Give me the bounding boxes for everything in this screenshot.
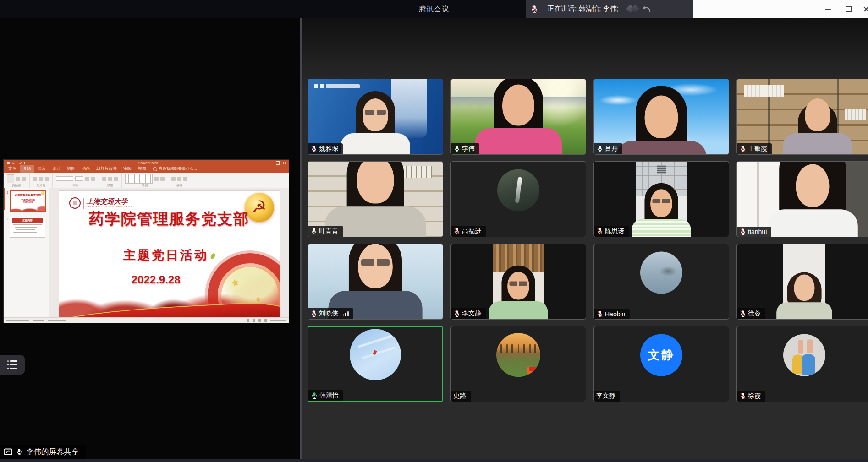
mic-icon [739,145,747,152]
window-controls [693,0,868,18]
speaking-label: 正在讲话: 韩清怡; 李伟; [547,5,619,13]
meeting-notes-button[interactable] [0,355,25,375]
statusbar-right [247,319,286,322]
participant-name: 王敬霞 [748,145,767,153]
participant-tile[interactable]: 陈思诺 [593,161,729,237]
decoration-diamonds-icon [626,3,652,15]
screen-share-icon [4,448,12,456]
participant-label: 高福进 [451,226,486,237]
participant-tile[interactable]: 文静 李文静 [593,326,729,402]
participant-tile[interactable]: 李文静 [450,244,586,320]
participant-person [470,79,567,154]
meeting-window: 腾讯会议 正在讲话: 韩清怡; 李伟; [0,0,868,462]
participant-name: 徐霞 [748,392,761,400]
participant-tile[interactable]: Haobin [593,244,729,320]
ppt-ribbon-group: 剪贴板 [4,173,30,188]
participant-tile[interactable]: 王敬霞 [736,79,868,155]
participant-label: 王敬霞 [737,143,772,154]
participant-name: 史路 [453,392,466,400]
participant-tile[interactable]: 史路 [450,326,586,402]
participant-tile[interactable]: 李伟 [450,79,586,155]
slide-title: 药学院管理服务党支部 [59,209,280,229]
text-line [16,229,35,230]
participant-label: 刘晓侠 [308,308,353,319]
star-icon: ★ [255,295,262,303]
participant-tile[interactable]: 徐蓉 [736,244,868,320]
ppt-tab: 动画 [78,165,93,173]
participant-avatar [497,169,539,212]
mic-icon [739,310,747,317]
slide-thumbnail-row: 2 汇报内容 [5,217,49,238]
mic-icon [311,392,318,399]
shared-powerpoint-window: PowerPoint 文件开始插入设计切换动画幻灯片放映审阅视图 告诉我您想要做… [4,160,289,323]
ppt-ribbon-group: 字体 [53,173,99,188]
ppt-tab: 插入 [34,165,49,173]
glasses-icon [509,282,527,286]
ppt-ribbon: 剪贴板幻灯片字体段落绘图编辑 [4,173,289,189]
participant-person [779,79,857,154]
mic-icon [596,145,604,152]
mic-icon [739,392,747,400]
app-title: 腾讯会议 [419,4,449,14]
ppt-tab: 幻灯片放映 [93,165,120,173]
ppt-ribbon-group: 幻灯片 [30,173,53,188]
selected-slide-bar [4,188,5,210]
screen-share-region: PowerPoint 文件开始插入设计切换动画幻灯片放映审阅视图 告诉我您想要做… [0,18,302,462]
mic-icon [310,145,318,152]
participant-name: Haobin [605,310,625,318]
glasses-icon [652,199,670,203]
participant-tile[interactable]: 高福进 [450,161,586,237]
participant-tile[interactable]: 徐霞 [736,326,868,402]
participant-label: 陈思诺 [594,226,629,237]
red-ribbon [59,301,280,318]
participant-tile[interactable]: 韩清怡 [308,326,443,402]
participant-label: 徐霞 [737,391,765,402]
participant-name: 吕丹 [605,145,618,153]
participant-tile[interactable]: 叶青青 [308,161,443,237]
mic-icon [739,228,747,235]
participant-tile[interactable]: 魏雅琛 [308,79,443,155]
window-bottom-edge [0,459,868,462]
participant-tile[interactable]: tianhui [736,161,868,237]
university-seal-icon [69,197,81,209]
slide-thumbnail-row: 1 药学院管理服务党支部 主题党日活动 2022.9.28 [5,190,49,212]
participant-tile[interactable]: 吕丹 [593,79,729,155]
mini-slide-art [11,206,45,211]
participant-name: 徐蓉 [748,310,761,318]
participant-avatar [640,252,682,294]
slide-number: 2 [5,217,8,238]
background-decor [744,85,784,97]
minimize-button[interactable] [822,4,833,15]
list-icon [7,360,17,369]
participant-name: 叶青青 [319,227,338,235]
ppt-ribbon-tabs: 文件开始插入设计切换动画幻灯片放映审阅视图 告诉我您想要做什么... [4,166,289,173]
ppt-window-controls [269,161,286,165]
participant-person [628,173,695,237]
ppt-tab: 设计 [49,165,64,173]
participant-avatar [496,333,540,377]
participant-label: 韩清怡 [308,390,343,401]
participant-label: 徐蓉 [737,308,765,319]
participant-label: 史路 [451,391,471,402]
participant-tile[interactable]: 刘晓侠 [308,244,443,320]
participant-person [762,161,863,237]
ppt-ribbon-group: 段落 [99,173,122,188]
slide-thumbnail-2: 汇报内容 [10,217,45,238]
ppt-tab: 审阅 [120,165,135,173]
participant-person [485,255,552,319]
participant-label: 李文静 [594,391,620,402]
mic-muted-icon [530,5,538,13]
maximize-button[interactable] [843,4,854,15]
participants-region: 魏雅琛 李伟 [302,18,868,462]
redo-icon [18,162,22,164]
participant-name: 刘晓侠 [319,310,338,318]
participant-avatar [783,334,825,376]
participant-avatar [350,329,401,380]
close-button[interactable] [861,4,868,15]
mic-icon [453,145,461,152]
ppt-close-icon [283,161,286,164]
ppt-body: 1 药学院管理服务党支部 主题党日活动 2022.9.28 2 [4,188,289,318]
participant-name: 高福进 [462,227,481,235]
glasses-icon [361,259,390,266]
participant-name: 魏雅琛 [319,145,338,153]
